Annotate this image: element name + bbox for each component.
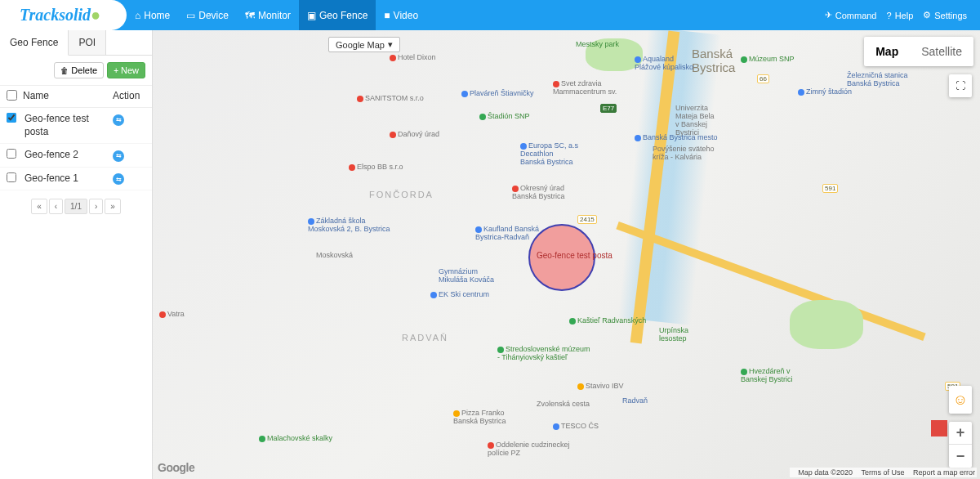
poi-malachov: Malachovské skalky: [259, 434, 332, 442]
google-logo: Google: [158, 461, 194, 474]
poi-zvolenska: Zvolenská cesta: [537, 400, 590, 408]
row-checkbox[interactable]: [7, 149, 16, 159]
row-checkbox[interactable]: [7, 172, 16, 182]
pegman-icon: ☺: [953, 392, 968, 409]
geofence-label: Geo-fence test posta: [537, 251, 612, 260]
pager-prev[interactable]: ‹: [49, 199, 63, 214]
poi-vatra: Vatra: [159, 310, 185, 318]
fullscreen-icon: ⛶: [956, 80, 965, 92]
settings-icon: ⚙: [923, 10, 931, 20]
poi-muzeum: Múzeum SNP: [741, 55, 795, 63]
zoom-out-button[interactable]: −: [949, 445, 972, 468]
row-action-button[interactable]: ⇆: [113, 150, 124, 162]
poi-stredoslov: Stredoslovenské múzeum- Tihányiovský kaš…: [497, 345, 590, 361]
poi-plavaren: Plaváreň Štiavničky: [461, 89, 534, 97]
geofence-icon: ▣: [307, 10, 316, 21]
poi-oddelenie: Oddelenie cudzineckejpolície PZ: [488, 441, 570, 457]
poi-city: BanskáBystrica: [692, 47, 735, 74]
poi-mestsky: Mestsky park: [576, 40, 619, 48]
nav-video[interactable]: ■Video: [376, 0, 426, 30]
poi-radvan-exit: Radvaň: [622, 396, 648, 405]
poi-zeleznicna: Železničná stanicaBanská Bystrica: [847, 71, 908, 87]
poi-zakladna: Základná školaMoskovská 2, B. Bystrica: [308, 217, 390, 233]
poi-zimny: Zimný štadión: [798, 87, 852, 96]
chevron-down-icon: ▾: [388, 39, 393, 50]
red-marker: [931, 420, 947, 436]
terms-link[interactable]: Terms of Use: [861, 468, 904, 477]
poi-stavivo: Stavivo IBV: [577, 382, 624, 390]
poi-aqualand: AqualandPlážové kúpalisko: [635, 55, 693, 71]
tab-poi[interactable]: POI: [69, 30, 106, 55]
poi-foncorda: FONČORDA: [369, 190, 434, 199]
nav-command[interactable]: ✈Command: [820, 0, 882, 30]
video-icon: ■: [384, 10, 390, 21]
poi-radvan: RADVAŇ: [402, 333, 448, 342]
map-view-satellite[interactable]: Satellite: [910, 37, 973, 66]
select-all-checkbox[interactable]: [7, 90, 17, 101]
nav-geofence[interactable]: ▣Geo Fence: [299, 0, 376, 30]
poi-stadion: Štadión SNP: [479, 112, 530, 120]
row-name[interactable]: Geo-fence 1: [20, 172, 113, 186]
col-action-header: Action: [113, 90, 145, 103]
poi-sanitstom: SANITSTOM s.r.o: [357, 94, 424, 102]
tab-geofence[interactable]: Geo Fence: [0, 30, 69, 56]
poi-moskovska: Moskovská: [316, 251, 353, 259]
row-action-button[interactable]: ⇆: [113, 114, 124, 126]
map-type-dropdown[interactable]: Google Map▾: [328, 37, 400, 52]
help-icon: ?: [887, 11, 892, 20]
monitor-icon: 🗺: [245, 10, 255, 21]
map-credits: Map data ©2020 Terms of Use Report a map…: [790, 468, 977, 477]
trash-icon: 🗑: [60, 66, 69, 75]
plus-icon: +: [114, 66, 118, 75]
poi-povysenie: Povýšenie svätehokríža - Kalvária: [653, 145, 715, 161]
command-icon: ✈: [825, 10, 832, 20]
delete-button[interactable]: 🗑Delete: [54, 62, 104, 78]
brand-logo: Tracksolid●: [0, 0, 127, 30]
pager-current: 1/1: [65, 199, 87, 214]
table-row: Geo-fence 1 ⇆: [0, 168, 152, 191]
pegman-control[interactable]: ☺: [949, 386, 972, 414]
shield-591a: 591: [822, 184, 838, 193]
map-view-map[interactable]: Map: [864, 37, 910, 66]
poi-ekski: EK Ski centrum: [430, 290, 489, 298]
poi-kaufland: Kaufland BanskáBystrica-Radvaň: [475, 225, 539, 241]
shield-2415: 2415: [577, 215, 597, 224]
nav-home[interactable]: ⌂Home: [127, 0, 178, 30]
fullscreen-button[interactable]: ⛶: [949, 74, 972, 97]
row-checkbox[interactable]: [7, 113, 16, 123]
poi-urpinska: Urpínskalesostep: [659, 326, 688, 342]
poi-hvezdaren: Hvezdáreň vBanskej Bystrici: [741, 367, 793, 383]
pager-first[interactable]: «: [31, 199, 47, 214]
map[interactable]: BanskáBystrica UniverzitaMateja Belav Ba…: [153, 30, 980, 479]
poi-europa: Europa SC, a.sDecathlonBanská Bystrica: [520, 141, 578, 166]
poi-tesco: TESCO ČS: [553, 422, 599, 430]
poi-danovy: Daňový úrad: [390, 130, 439, 138]
poi-kastiel: Kaštieľ Radvanských: [569, 316, 646, 325]
poi-okresny: Okresný úradBanská Bystrica: [512, 184, 565, 200]
nav-help[interactable]: ?Help: [882, 0, 919, 30]
col-name-header: Name: [20, 90, 113, 103]
poi-pizza: Pizza FrankoBanská Bystrica: [453, 409, 506, 425]
pager-next[interactable]: ›: [89, 199, 103, 214]
poi-gymnazium: GymnáziumMikuláša Kováča: [439, 267, 494, 284]
row-action-button[interactable]: ⇆: [113, 173, 124, 185]
poi-bbmesto: Banská Bystrica mesto: [635, 133, 718, 141]
poi-svet: Svet zdraviaMammacentrum sv.: [553, 79, 617, 96]
home-icon: ⌂: [135, 10, 140, 21]
poi-hoteldixon: Hotel Dixon: [390, 53, 436, 61]
table-row: Geo-fence test posta ⇆: [0, 108, 152, 144]
nav-device[interactable]: ▭Device: [178, 0, 237, 30]
zoom-in-button[interactable]: +: [949, 422, 972, 445]
poi-elspo: Elspo BB s.r.o: [349, 163, 403, 171]
row-name[interactable]: Geo-fence 2: [20, 149, 113, 162]
poi-univ: UniverzitaMateja Belav BanskejBystrici: [675, 104, 715, 137]
device-icon: ▭: [186, 10, 195, 21]
report-link[interactable]: Report a map error: [913, 468, 975, 477]
nav-settings[interactable]: ⚙Settings: [918, 0, 972, 30]
table-row: Geo-fence 2 ⇆: [0, 144, 152, 168]
shield-e77: E77: [600, 104, 617, 113]
nav-monitor[interactable]: 🗺Monitor: [237, 0, 299, 30]
row-name[interactable]: Geo-fence test posta: [20, 113, 113, 138]
pager-last[interactable]: »: [105, 199, 121, 214]
new-button[interactable]: +New: [107, 62, 145, 78]
